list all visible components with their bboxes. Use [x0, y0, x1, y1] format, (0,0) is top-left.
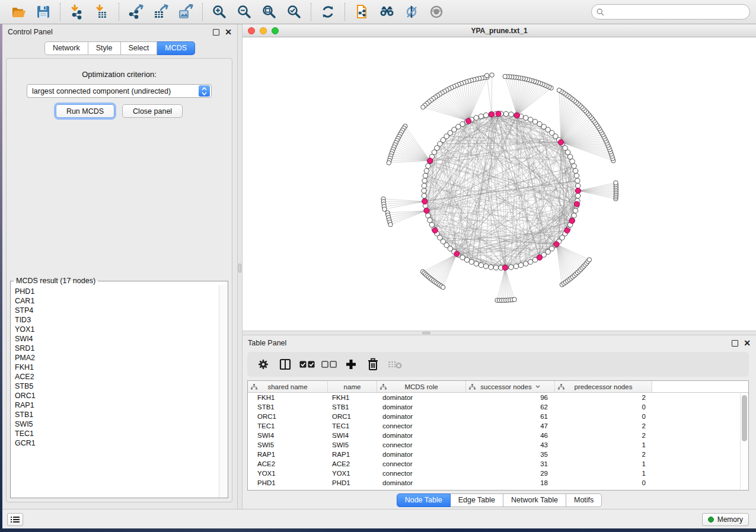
show-graphics-details-button[interactable] — [424, 2, 449, 22]
export-image-button[interactable] — [173, 2, 198, 22]
table-row[interactable]: SWI5SWI5connector431 — [248, 440, 748, 450]
cell-shared-name: PHD1 — [248, 479, 328, 486]
add-column-button[interactable] — [343, 357, 359, 372]
column-header-shared-name[interactable]: shared name — [248, 381, 328, 392]
unselect-all-columns-button[interactable] — [321, 357, 337, 372]
mcds-result-item[interactable]: CAR1 — [15, 296, 219, 306]
zoom-in-button[interactable] — [207, 2, 232, 22]
column-layout-button[interactable] — [277, 357, 293, 372]
mcds-result-item[interactable]: SWI4 — [15, 334, 219, 344]
table-row[interactable]: PHD1PHD1dominator180 — [248, 478, 748, 488]
zoom-window-icon[interactable] — [272, 27, 279, 34]
minimize-window-icon[interactable] — [260, 27, 267, 34]
mcds-result-item[interactable]: SRD1 — [15, 344, 219, 353]
toolbar-separator — [119, 3, 119, 21]
mcds-result-item[interactable]: TID3 — [15, 315, 219, 325]
tab-network[interactable]: Network — [44, 41, 88, 55]
float-window-icon[interactable] — [213, 29, 219, 36]
zoom-in-icon — [212, 4, 227, 20]
mcds-result-item[interactable]: SWI5 — [15, 419, 219, 429]
select-all-columns-button[interactable] — [299, 357, 315, 372]
column-header-name[interactable]: name — [328, 381, 377, 392]
table-row[interactable]: FKH1FKH1dominator962 — [248, 393, 748, 402]
export-table-button[interactable] — [148, 2, 173, 22]
table-row[interactable]: STB1STB1dominator620 — [248, 402, 748, 412]
show-panels-button[interactable] — [7, 513, 23, 526]
close-panel-icon[interactable]: ✕ — [744, 340, 751, 347]
mcds-result-item[interactable]: ORC1 — [15, 391, 219, 400]
close-panel-icon[interactable]: ✕ — [225, 29, 232, 36]
vertical-splitter[interactable] — [237, 24, 243, 509]
table-settings-button[interactable] — [256, 357, 271, 372]
table-row[interactable]: YOX1YOX1connector291 — [248, 469, 748, 478]
import-network-button[interactable] — [65, 2, 90, 22]
scrollbar-thumb[interactable] — [742, 395, 747, 441]
network-from-file-button[interactable] — [349, 2, 374, 22]
tab-style[interactable]: Style — [88, 41, 121, 55]
close-panel-button[interactable]: Close panel — [122, 104, 183, 118]
mcds-result-item[interactable]: ACE2 — [15, 372, 219, 382]
table-row[interactable]: ACE2ACE2connector311 — [248, 459, 748, 469]
binoculars-button[interactable] — [374, 2, 399, 22]
column-header-MCDS-role[interactable]: MCDS role — [377, 381, 466, 392]
splitter-grip[interactable] — [422, 332, 430, 334]
memory-button[interactable]: Memory — [702, 513, 749, 526]
tab-edge-table[interactable]: Edge Table — [451, 493, 503, 507]
mcds-result-item[interactable]: STP4 — [15, 306, 219, 315]
horizontal-splitter[interactable] — [243, 331, 756, 335]
splitter-grip[interactable] — [238, 264, 241, 273]
table-row[interactable]: ORC1ORC1dominator610 — [248, 412, 748, 421]
mcds-result-item[interactable]: PHD1 — [15, 287, 219, 296]
mcds-result-list[interactable]: PHD1CAR1STP4TID3YOX1SWI4SRD1PMA2FKH1ACE2… — [11, 285, 219, 498]
mcds-result-item[interactable]: FKH1 — [15, 363, 219, 372]
export-network-button[interactable] — [123, 2, 148, 22]
delete-column-button[interactable] — [365, 357, 381, 372]
close-window-icon[interactable] — [248, 27, 255, 34]
column-header-successor-nodes[interactable]: successor nodes — [466, 381, 555, 392]
mcds-result-item[interactable]: GCR1 — [15, 438, 219, 448]
delete-table-button — [387, 357, 403, 372]
run-mcds-button[interactable]: Run MCDS — [56, 104, 114, 118]
float-window-icon[interactable] — [732, 340, 738, 347]
table-row[interactable]: SWI4SWI4dominator462 — [248, 431, 748, 440]
main-toolbar — [0, 0, 756, 24]
tab-mcds[interactable]: MCDS — [157, 41, 195, 55]
refresh-icon — [320, 4, 336, 20]
memory-label: Memory — [717, 515, 743, 524]
list-icon — [11, 516, 20, 523]
mcds-result-item[interactable]: STB5 — [15, 382, 219, 391]
column-type-icon — [380, 384, 387, 390]
mcds-result-item[interactable]: STB1 — [15, 410, 219, 419]
search-input[interactable] — [608, 8, 745, 16]
zoom-out-button[interactable] — [232, 2, 257, 22]
import-table-button[interactable] — [90, 2, 114, 22]
cell-MCDS-role: dominator — [377, 479, 466, 486]
network-graph[interactable] — [243, 37, 756, 331]
table-row[interactable]: TEC1TEC1connector472 — [248, 421, 748, 431]
mcds-result-item[interactable]: RAP1 — [15, 400, 219, 410]
hide-graphics-details-button[interactable] — [399, 2, 424, 22]
optimization-criterion-value: largest connected component (undirected) — [27, 87, 199, 95]
mcds-result-item[interactable]: YOX1 — [15, 325, 219, 334]
refresh-button[interactable] — [315, 2, 340, 22]
open-button[interactable] — [6, 2, 31, 22]
save-button[interactable] — [31, 2, 56, 22]
mcds-result-item[interactable]: PMA2 — [15, 353, 219, 363]
tab-select[interactable]: Select — [121, 41, 158, 55]
network-window-titlebar[interactable]: YPA_prune.txt_1 — [243, 24, 756, 37]
zoom-fit-button[interactable] — [257, 2, 282, 22]
optimization-criterion-select[interactable]: largest connected component (undirected) — [27, 84, 212, 98]
mcds-list-scrollbar[interactable] — [219, 285, 228, 498]
table-scrollbar[interactable] — [740, 393, 748, 490]
mcds-result-item[interactable]: TEC1 — [15, 429, 219, 438]
network-canvas[interactable] — [243, 37, 756, 331]
cell-successor-nodes: 61 — [466, 413, 555, 420]
column-header-predecessor-nodes[interactable]: predecessor nodes — [555, 381, 652, 392]
table-row[interactable]: RAP1RAP1dominator352 — [248, 450, 748, 459]
tab-node-table[interactable]: Node Table — [397, 493, 451, 507]
tab-network-table[interactable]: Network Table — [503, 493, 566, 507]
zoom-selected-button[interactable] — [282, 2, 307, 22]
search-box[interactable] — [591, 4, 750, 20]
tab-motifs[interactable]: Motifs — [566, 493, 602, 507]
cell-shared-name: ACE2 — [248, 460, 328, 467]
